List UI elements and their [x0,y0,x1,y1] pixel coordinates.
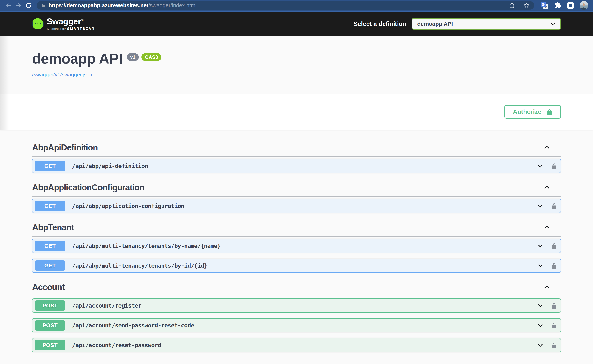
operation-controls [537,342,557,349]
chevron-down-icon[interactable] [537,203,543,209]
operation-path: /api/account/reset-password [72,342,161,349]
operation-path: /api/abp/multi-tenancy/tenants/by-name/{… [72,242,221,249]
translate-g: G [541,2,546,7]
reload-icon [25,2,32,9]
chevron-down-icon[interactable] [537,322,543,329]
browser-extensions-area: 文 G [537,1,590,10]
operation-controls [537,302,557,309]
forward-arrow-icon [15,2,22,9]
extensions-puzzle-icon[interactable] [554,2,561,9]
page-title: demoapp API [32,52,123,66]
operations-area: AbpApiDefinition GET /api/abp/api-defini… [0,130,593,352]
url-path: /swagger/index.html [149,2,197,8]
operation-row[interactable]: GET /api/abp/application-configuration [32,199,561,213]
unlock-icon [547,108,553,115]
section-header[interactable]: Account [32,278,561,296]
address-bar[interactable]: https://demoappabp.azurewebsites.net/swa… [37,1,534,10]
chevron-down-icon[interactable] [537,163,543,169]
api-tag-section: AbpTenant GET /api/abp/multi-tenancy/ten… [32,219,561,273]
api-tag-section: AbpApiDefinition GET /api/abp/api-defini… [32,139,561,173]
selected-definition: demoapp API [417,21,453,27]
browser-toolbar: https://demoappabp.azurewebsites.net/swa… [0,0,593,11]
method-badge: POST [35,340,65,350]
method-badge: GET [35,161,65,171]
section-operations: GET /api/abp/multi-tenancy/tenants/by-na… [32,236,561,273]
back-arrow-icon [5,2,12,9]
chevron-down-icon [550,21,555,26]
method-badge: GET [35,260,65,271]
api-info-section: demoapp API v1 OAS3 /swagger/v1/swagger.… [0,36,593,94]
reload-button[interactable] [24,1,34,10]
oas3-badge: OAS3 [141,53,161,61]
operation-controls [537,163,557,169]
trademark-symbol: ™ [81,19,84,22]
unlock-icon[interactable] [551,342,557,349]
operation-row[interactable]: POST /api/account/reset-password [32,338,561,352]
operation-row[interactable]: POST /api/account/send-password-reset-co… [32,318,561,332]
unlock-icon[interactable] [551,302,557,309]
scheme-container: Authorize [0,94,593,130]
authorize-button[interactable]: Authorize [504,105,561,118]
swagger-wordmark: Swagger™ Supported bySMARTBEAR [47,17,95,31]
unlock-icon[interactable] [551,322,557,329]
chevron-down-icon[interactable] [537,262,543,269]
method-badge: GET [35,240,65,251]
chevron-down-icon[interactable] [537,243,543,249]
section-operations: GET /api/abp/api-definition [32,157,561,173]
spec-json-link[interactable]: /swagger/v1/swagger.json [32,72,92,78]
section-header[interactable]: AbpTenant [32,219,561,236]
api-tag-section: Account POST /api/account/register POST … [32,278,561,352]
unlock-icon[interactable] [551,163,557,169]
section-title: Account [32,282,65,292]
operation-row[interactable]: GET /api/abp/api-definition [32,159,561,173]
swagger-logo[interactable]: {···} Swagger™ Supported bySMARTBEAR [32,17,95,31]
sections: AbpApiDefinition GET /api/abp/api-defini… [32,139,561,352]
select-definition-label: Select a definition [354,20,406,27]
operation-row[interactable]: GET /api/abp/multi-tenancy/tenants/by-id… [32,259,561,273]
swagger-logo-text: Swagger™ [47,17,95,26]
section-title: AbpApplicationConfiguration [32,182,144,192]
profile-avatar[interactable] [580,1,588,10]
translate-icon[interactable]: 文 G [541,2,548,9]
bookmark-star-icon[interactable] [523,2,530,9]
operation-path: /api/account/send-password-reset-code [72,322,194,329]
definition-selector: Select a definition demoapp API [354,18,561,30]
unlock-icon[interactable] [551,243,557,249]
api-tag-section: AbpApplicationConfiguration GET /api/abp… [32,179,561,213]
definition-select[interactable]: demoapp API [412,18,561,30]
forward-button[interactable] [13,1,24,10]
chevron-up-icon[interactable] [543,144,550,151]
operation-path: /api/account/register [72,302,141,309]
smartbear-label: SMARTBEAR [67,27,95,31]
back-button[interactable] [3,1,13,10]
operation-controls [537,322,557,329]
section-operations: GET /api/abp/application-configuration [32,196,561,213]
section-header[interactable]: AbpApiDefinition [32,139,561,157]
smartbear-tagline: Supported bySMARTBEAR [47,27,95,31]
method-badge: GET [35,201,65,211]
authorize-label: Authorize [513,108,541,115]
chevron-up-icon[interactable] [543,224,550,231]
url-host: https://demoappabp.azurewebsites.net [49,2,149,8]
chevron-down-icon[interactable] [537,302,543,309]
section-title: AbpApiDefinition [32,143,98,152]
unlock-icon[interactable] [551,203,557,209]
section-header[interactable]: AbpApplicationConfiguration [32,179,561,196]
swagger-topbar: {···} Swagger™ Supported bySMARTBEAR Sel… [0,12,593,36]
operation-path: /api/abp/api-definition [72,162,148,169]
operation-controls [537,262,557,269]
operation-path: /api/abp/multi-tenancy/tenants/by-id/{id… [72,262,207,269]
site-security-lock-icon[interactable] [41,3,46,8]
version-badge: v1 [127,53,139,61]
chevron-up-icon[interactable] [543,284,550,291]
chevron-down-icon[interactable] [537,342,543,348]
unlock-icon[interactable] [551,262,557,269]
side-panel-icon[interactable] [567,2,573,9]
url-text: https://demoappabp.azurewebsites.net/swa… [49,2,197,9]
operation-controls [537,243,557,249]
share-icon[interactable] [509,2,515,9]
chevron-up-icon[interactable] [543,184,550,191]
method-badge: POST [35,320,65,331]
operation-row[interactable]: POST /api/account/register [32,299,561,313]
operation-row[interactable]: GET /api/abp/multi-tenancy/tenants/by-na… [32,239,561,253]
